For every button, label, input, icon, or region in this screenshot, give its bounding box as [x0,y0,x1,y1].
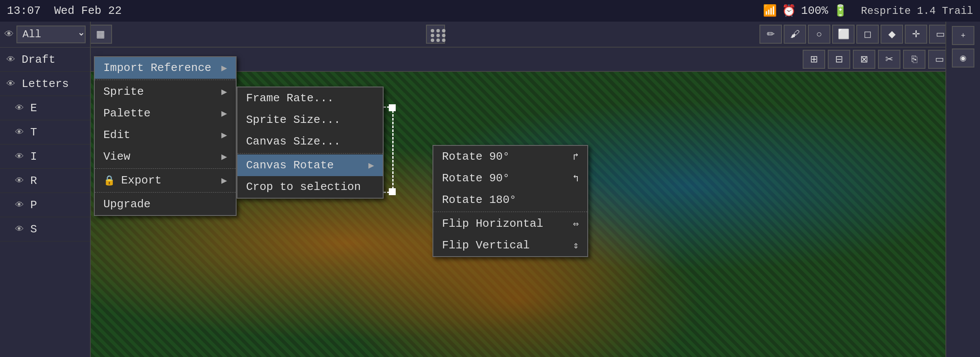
sidebar-item-draft[interactable]: 👁 Draft [0,48,90,72]
import-reference-arrow: ▶ [221,62,227,74]
canvas-grid-button[interactable] [426,25,445,44]
draft-label: Draft [22,53,55,66]
flip-v-icon: ⇕ [573,240,579,251]
sprite-separator-1 [237,153,383,154]
i-eye-icon: 👁 [13,152,26,161]
right-tool-2[interactable]: ◉ [952,48,974,68]
menu-item-import-reference[interactable]: Import Reference ▶ [95,57,236,79]
letters-label: Letters [22,77,69,90]
eye-icon: 👁 [4,29,14,40]
time-display: 13:07 Wed Feb 22 [7,4,122,17]
time: 13:07 [7,4,41,17]
draft-eye-icon: 👁 [4,55,17,64]
sprite-arrow: ▶ [221,86,227,98]
battery-percent: 100% [801,4,828,17]
top-bar: 13:07 Wed Feb 22 📶 ⏰ 100% 🔋 Resprite 1.4… [0,0,980,22]
magic-wand-tool[interactable]: ⊠ [853,50,875,69]
s-label: S [30,223,37,236]
frame-rate-label: Frame Rate... [246,92,334,105]
rotate-90-cw-icon: ↱ [573,151,579,163]
sidebar-item-e[interactable]: 👁 E [0,96,90,120]
letters-eye-icon: 👁 [4,80,17,88]
layer-filter-dropdown[interactable]: All [16,26,86,43]
flip-h-label: Flip Horizontal [442,217,543,230]
sprite-menu-canvas-rotate[interactable]: Canvas Rotate ▶ [237,154,383,176]
sprite-menu-crop[interactable]: Crop to selection [237,176,383,198]
rotate-menu-flip-h[interactable]: Flip Horizontal ⇔ [433,213,587,235]
sidebar-item-r[interactable]: 👁 R [0,169,90,193]
menu-item-upgrade[interactable]: Upgrade [95,193,236,215]
rotate-menu-90-ccw[interactable]: Rotate 90° ↰ [433,167,587,189]
separator-2 [95,168,236,169]
app-title: Resprite 1.4 Trail [861,5,973,17]
sidebar-item-s[interactable]: 👁 S [0,217,90,241]
edit-label: Edit [103,129,130,142]
rotate-menu-flip-v[interactable]: Flip Vertical ⇕ [433,235,587,256]
view-label: View [103,150,130,163]
diamond-tool[interactable]: ◆ [881,25,903,44]
copy-tool[interactable]: ⎘ [903,50,926,69]
canvas-size-label: Canvas Size... [246,135,340,148]
move-tool[interactable]: ✛ [905,25,927,44]
menu-item-palette[interactable]: Palette ▶ [95,103,236,124]
main-context-menu: Import Reference ▶ Sprite ▶ Palette ▶ Ed… [94,56,237,216]
right-tool-1[interactable]: + [952,26,974,45]
separator-1 [95,80,236,80]
sprite-label: Sprite [103,85,144,98]
lasso-tool[interactable]: ⊟ [828,50,850,69]
cut-tool[interactable]: ✂ [878,50,900,69]
brush-tool[interactable]: 🖌 [784,25,806,44]
pencil-tool[interactable]: ✏ [759,25,782,44]
status-bar: 📶 ⏰ 100% 🔋 Resprite 1.4 Trail [763,4,973,18]
t-eye-icon: 👁 [13,128,26,137]
sprite-menu-frame-rate[interactable]: Frame Rate... [237,87,383,109]
header-toolbar: Gallery ⚙ ▦ ✏ 🖌 ○ ⬜ ◻ ◆ ✛ ▭ ↩ [0,22,980,48]
rotate-90-ccw-label: Rotate 90° [442,172,509,185]
rotate-180-label: Rotate 180° [442,193,516,206]
rotate-90-ccw-icon: ↰ [573,173,579,184]
flip-h-icon: ⇔ [573,218,579,230]
sprite-submenu: Frame Rate... Sprite Size... Canvas Size… [237,87,384,199]
p-label: P [30,199,37,212]
sidebar-item-i[interactable]: 👁 I [0,145,90,169]
view-arrow: ▶ [221,151,227,163]
menu-item-view[interactable]: View ▶ [95,146,236,167]
p-eye-icon: 👁 [13,201,26,209]
menu-item-sprite[interactable]: Sprite ▶ [95,81,236,103]
e-label: E [30,102,37,115]
right-toolbar: + ◉ [945,22,980,357]
sprite-menu-canvas-size[interactable]: Canvas Size... [237,131,383,152]
rotate-submenu: Rotate 90° ↱ Rotate 90° ↰ Rotate 180° Fl… [432,145,588,257]
selection-tool[interactable]: ⬜ [832,25,855,44]
circle-tool[interactable]: ○ [808,25,830,44]
rotate-separator [433,212,587,212]
export-arrow: ▶ [221,175,227,187]
s-eye-icon: 👁 [13,225,26,234]
rotate-menu-90-cw[interactable]: Rotate 90° ↱ [433,146,587,167]
e-eye-icon: 👁 [13,104,26,113]
menu-item-edit[interactable]: Edit ▶ [95,124,236,146]
palette-arrow: ▶ [221,108,227,119]
rotate-menu-180[interactable]: Rotate 180° [433,189,587,211]
upgrade-label: Upgrade [103,198,151,211]
palette-label: Palette [103,107,151,120]
edit-arrow: ▶ [221,129,227,141]
crop-label: Crop to selection [246,180,361,193]
left-sidebar: 👁 All 👁 Draft 👁 Letters 👁 E 👁 T 👁 I 👁 R … [0,22,91,357]
export-label: Export [121,174,162,187]
sidebar-item-p[interactable]: 👁 P [0,193,90,217]
menu-item-export[interactable]: 🔒 Export ▶ [95,170,236,191]
grid-view-button[interactable]: ▦ [90,25,112,44]
sidebar-item-t[interactable]: 👁 T [0,120,90,145]
wifi-icon: 📶 [763,4,777,18]
date: Wed Feb 22 [54,4,122,17]
crop-select-tool[interactable]: ⊞ [803,50,825,69]
rotate-90-cw-label: Rotate 90° [442,150,509,163]
t-label: T [30,126,37,139]
grid-icon: ▦ [96,29,105,40]
alarm-icon: ⏰ [782,4,796,18]
eraser-tool[interactable]: ◻ [856,25,879,44]
sprite-menu-sprite-size[interactable]: Sprite Size... [237,109,383,131]
sidebar-item-letters[interactable]: 👁 Letters [0,72,90,96]
export-lock-icon: 🔒 [103,175,115,187]
